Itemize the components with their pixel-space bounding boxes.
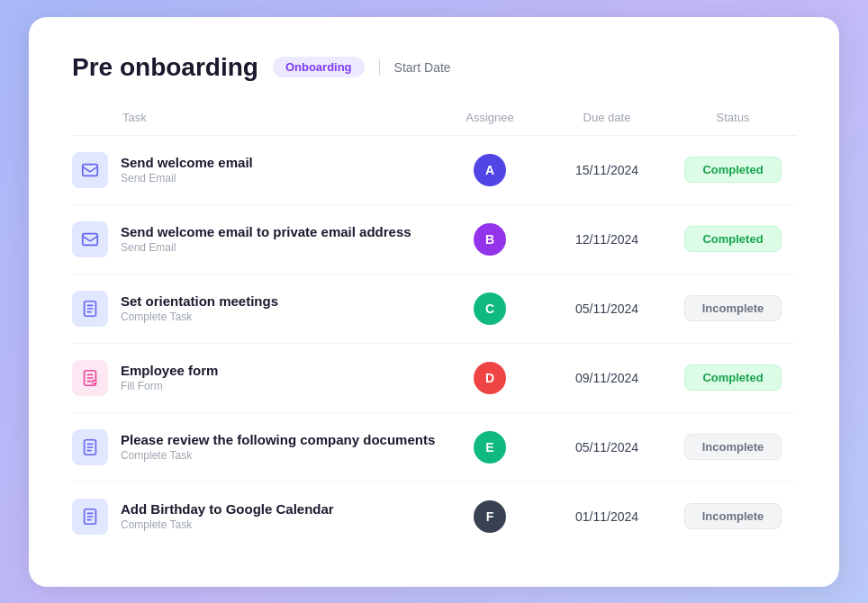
task-icon bbox=[72, 360, 108, 396]
col-status: Status bbox=[670, 111, 796, 124]
page-title: Pre onboarding bbox=[72, 53, 258, 82]
avatar: A bbox=[474, 154, 506, 186]
task-name: Send welcome email bbox=[121, 155, 253, 170]
task-icon bbox=[72, 221, 108, 257]
table-header: Task Assignee Due date Status bbox=[72, 111, 796, 136]
table-row[interactable]: Set orientation meetings Complete Task C… bbox=[72, 274, 796, 344]
main-card: Pre onboarding Onboarding Start Date Tas… bbox=[29, 17, 839, 587]
task-name: Employee form bbox=[121, 363, 218, 378]
page-header: Pre onboarding Onboarding Start Date bbox=[72, 53, 796, 82]
status-badge: Completed bbox=[684, 157, 782, 183]
task-icon bbox=[72, 152, 108, 188]
assignee-cell: A bbox=[436, 154, 544, 186]
task-text: Employee form Fill Form bbox=[121, 363, 218, 392]
due-date-cell: 05/11/2024 bbox=[544, 440, 670, 454]
table-row[interactable]: Please review the following company docu… bbox=[72, 413, 796, 482]
status-cell: Incomplete bbox=[670, 295, 796, 321]
status-cell: Completed bbox=[670, 226, 796, 252]
start-date-label: Start Date bbox=[394, 60, 451, 75]
due-date-cell: 15/11/2024 bbox=[544, 163, 670, 177]
task-icon bbox=[72, 429, 108, 465]
due-date-cell: 01/11/2024 bbox=[544, 509, 670, 524]
task-text: Send welcome email Send Email bbox=[121, 155, 253, 184]
assignee-cell: D bbox=[436, 362, 544, 394]
task-info: Send welcome email to private email addr… bbox=[72, 221, 436, 257]
assignee-cell: F bbox=[436, 500, 544, 533]
task-info: Set orientation meetings Complete Task bbox=[72, 291, 436, 327]
header-divider bbox=[379, 59, 380, 76]
status-cell: Completed bbox=[670, 364, 796, 391]
status-badge: Completed bbox=[684, 364, 782, 391]
table-row[interactable]: Add Birthday to Google Calendar Complete… bbox=[72, 482, 796, 551]
svg-rect-1 bbox=[83, 233, 98, 245]
task-info: Add Birthday to Google Calendar Complete… bbox=[72, 499, 436, 535]
col-due-date: Due date bbox=[544, 111, 670, 124]
status-badge: Incomplete bbox=[684, 503, 782, 529]
due-date-cell: 05/11/2024 bbox=[544, 302, 670, 316]
svg-rect-0 bbox=[83, 164, 98, 176]
task-name: Please review the following company docu… bbox=[121, 432, 435, 447]
task-type: Complete Task bbox=[121, 518, 334, 531]
task-name: Send welcome email to private email addr… bbox=[121, 224, 411, 239]
due-date-cell: 12/11/2024 bbox=[544, 232, 670, 247]
status-badge: Completed bbox=[684, 226, 782, 252]
status-cell: Incomplete bbox=[670, 434, 796, 460]
task-list: Send welcome email Send Email A 15/11/20… bbox=[72, 136, 796, 551]
due-date-cell: 09/11/2024 bbox=[544, 371, 670, 385]
task-type: Complete Task bbox=[121, 449, 435, 462]
col-task: Task bbox=[72, 111, 436, 124]
task-text: Add Birthday to Google Calendar Complete… bbox=[121, 501, 334, 531]
assignee-cell: E bbox=[436, 431, 544, 464]
status-cell: Completed bbox=[670, 157, 796, 183]
status-cell: Incomplete bbox=[670, 503, 796, 529]
assignee-cell: C bbox=[436, 292, 544, 325]
status-badge: Incomplete bbox=[684, 295, 782, 321]
avatar: B bbox=[474, 223, 506, 256]
task-name: Set orientation meetings bbox=[121, 293, 278, 309]
task-type: Complete Task bbox=[121, 310, 278, 323]
status-badge: Incomplete bbox=[684, 434, 782, 460]
task-text: Set orientation meetings Complete Task bbox=[121, 293, 278, 323]
task-type: Send Email bbox=[121, 172, 253, 184]
task-name: Add Birthday to Google Calendar bbox=[121, 501, 334, 517]
col-assignee: Assignee bbox=[436, 111, 544, 124]
avatar: D bbox=[474, 362, 506, 394]
task-text: Please review the following company docu… bbox=[121, 432, 435, 462]
table-row[interactable]: Send welcome email to private email addr… bbox=[72, 205, 796, 274]
task-type: Fill Form bbox=[121, 380, 218, 392]
task-text: Send welcome email to private email addr… bbox=[121, 224, 411, 254]
avatar: E bbox=[474, 431, 506, 464]
table-row[interactable]: Send welcome email Send Email A 15/11/20… bbox=[72, 136, 796, 205]
assignee-cell: B bbox=[436, 223, 544, 256]
table-row[interactable]: Employee form Fill Form D 09/11/2024 Com… bbox=[72, 344, 796, 413]
avatar: C bbox=[474, 292, 506, 325]
task-info: Please review the following company docu… bbox=[72, 429, 436, 465]
task-icon bbox=[72, 499, 108, 535]
task-info: Send welcome email Send Email bbox=[72, 152, 436, 188]
onboarding-badge[interactable]: Onboarding bbox=[273, 57, 365, 77]
avatar: F bbox=[474, 500, 506, 533]
task-info: Employee form Fill Form bbox=[72, 360, 436, 396]
task-type: Send Email bbox=[121, 241, 411, 254]
task-icon bbox=[72, 291, 108, 327]
